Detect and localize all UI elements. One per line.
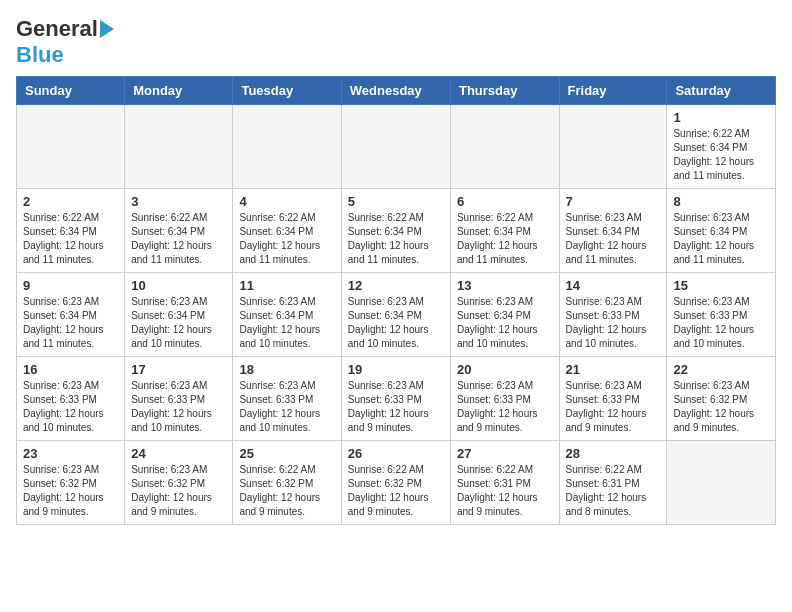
calendar-day-cell	[17, 105, 125, 189]
day-info: Sunrise: 6:23 AM Sunset: 6:33 PM Dayligh…	[566, 379, 661, 435]
day-number: 28	[566, 446, 661, 461]
calendar-day-cell: 17Sunrise: 6:23 AM Sunset: 6:33 PM Dayli…	[125, 357, 233, 441]
day-info: Sunrise: 6:22 AM Sunset: 6:34 PM Dayligh…	[457, 211, 553, 267]
day-number: 13	[457, 278, 553, 293]
calendar-day-cell: 14Sunrise: 6:23 AM Sunset: 6:33 PM Dayli…	[559, 273, 667, 357]
day-number: 12	[348, 278, 444, 293]
day-info: Sunrise: 6:22 AM Sunset: 6:31 PM Dayligh…	[457, 463, 553, 519]
calendar-day-cell	[559, 105, 667, 189]
day-number: 23	[23, 446, 118, 461]
calendar-day-cell: 26Sunrise: 6:22 AM Sunset: 6:32 PM Dayli…	[341, 441, 450, 525]
calendar-day-cell	[450, 105, 559, 189]
calendar-day-cell	[341, 105, 450, 189]
day-number: 10	[131, 278, 226, 293]
day-info: Sunrise: 6:22 AM Sunset: 6:34 PM Dayligh…	[348, 211, 444, 267]
day-number: 15	[673, 278, 769, 293]
day-number: 20	[457, 362, 553, 377]
weekday-header: Friday	[559, 77, 667, 105]
day-number: 4	[239, 194, 334, 209]
calendar-week-row: 16Sunrise: 6:23 AM Sunset: 6:33 PM Dayli…	[17, 357, 776, 441]
day-number: 9	[23, 278, 118, 293]
day-info: Sunrise: 6:22 AM Sunset: 6:34 PM Dayligh…	[673, 127, 769, 183]
day-number: 7	[566, 194, 661, 209]
weekday-header: Monday	[125, 77, 233, 105]
day-number: 6	[457, 194, 553, 209]
calendar-day-cell: 15Sunrise: 6:23 AM Sunset: 6:33 PM Dayli…	[667, 273, 776, 357]
calendar-day-cell: 20Sunrise: 6:23 AM Sunset: 6:33 PM Dayli…	[450, 357, 559, 441]
calendar-day-cell: 1Sunrise: 6:22 AM Sunset: 6:34 PM Daylig…	[667, 105, 776, 189]
calendar-day-cell: 10Sunrise: 6:23 AM Sunset: 6:34 PM Dayli…	[125, 273, 233, 357]
day-number: 22	[673, 362, 769, 377]
calendar-day-cell: 13Sunrise: 6:23 AM Sunset: 6:34 PM Dayli…	[450, 273, 559, 357]
calendar-week-row: 23Sunrise: 6:23 AM Sunset: 6:32 PM Dayli…	[17, 441, 776, 525]
day-info: Sunrise: 6:22 AM Sunset: 6:34 PM Dayligh…	[131, 211, 226, 267]
calendar-week-row: 9Sunrise: 6:23 AM Sunset: 6:34 PM Daylig…	[17, 273, 776, 357]
page-header: General Blue	[16, 16, 776, 68]
day-info: Sunrise: 6:23 AM Sunset: 6:32 PM Dayligh…	[131, 463, 226, 519]
day-info: Sunrise: 6:23 AM Sunset: 6:33 PM Dayligh…	[23, 379, 118, 435]
calendar-day-cell: 7Sunrise: 6:23 AM Sunset: 6:34 PM Daylig…	[559, 189, 667, 273]
day-info: Sunrise: 6:23 AM Sunset: 6:32 PM Dayligh…	[23, 463, 118, 519]
day-number: 17	[131, 362, 226, 377]
calendar-day-cell: 27Sunrise: 6:22 AM Sunset: 6:31 PM Dayli…	[450, 441, 559, 525]
calendar-day-cell: 23Sunrise: 6:23 AM Sunset: 6:32 PM Dayli…	[17, 441, 125, 525]
calendar-table: SundayMondayTuesdayWednesdayThursdayFrid…	[16, 76, 776, 525]
weekday-header-row: SundayMondayTuesdayWednesdayThursdayFrid…	[17, 77, 776, 105]
logo-arrow-icon	[100, 20, 114, 38]
calendar-day-cell	[667, 441, 776, 525]
day-info: Sunrise: 6:23 AM Sunset: 6:34 PM Dayligh…	[566, 211, 661, 267]
weekday-header: Sunday	[17, 77, 125, 105]
day-info: Sunrise: 6:23 AM Sunset: 6:33 PM Dayligh…	[131, 379, 226, 435]
logo: General Blue	[16, 16, 114, 68]
day-info: Sunrise: 6:23 AM Sunset: 6:34 PM Dayligh…	[239, 295, 334, 351]
day-number: 3	[131, 194, 226, 209]
logo-general-text: General	[16, 16, 98, 42]
day-number: 24	[131, 446, 226, 461]
calendar-day-cell: 12Sunrise: 6:23 AM Sunset: 6:34 PM Dayli…	[341, 273, 450, 357]
calendar-day-cell: 2Sunrise: 6:22 AM Sunset: 6:34 PM Daylig…	[17, 189, 125, 273]
day-info: Sunrise: 6:23 AM Sunset: 6:34 PM Dayligh…	[457, 295, 553, 351]
calendar-day-cell: 5Sunrise: 6:22 AM Sunset: 6:34 PM Daylig…	[341, 189, 450, 273]
day-number: 26	[348, 446, 444, 461]
calendar-day-cell: 16Sunrise: 6:23 AM Sunset: 6:33 PM Dayli…	[17, 357, 125, 441]
day-number: 25	[239, 446, 334, 461]
weekday-header: Thursday	[450, 77, 559, 105]
calendar-day-cell: 22Sunrise: 6:23 AM Sunset: 6:32 PM Dayli…	[667, 357, 776, 441]
calendar-day-cell: 11Sunrise: 6:23 AM Sunset: 6:34 PM Dayli…	[233, 273, 341, 357]
calendar-day-cell: 8Sunrise: 6:23 AM Sunset: 6:34 PM Daylig…	[667, 189, 776, 273]
day-info: Sunrise: 6:23 AM Sunset: 6:33 PM Dayligh…	[239, 379, 334, 435]
logo-blue-text: Blue	[16, 42, 64, 68]
calendar-day-cell: 3Sunrise: 6:22 AM Sunset: 6:34 PM Daylig…	[125, 189, 233, 273]
day-info: Sunrise: 6:22 AM Sunset: 6:31 PM Dayligh…	[566, 463, 661, 519]
calendar-day-cell	[233, 105, 341, 189]
calendar-week-row: 1Sunrise: 6:22 AM Sunset: 6:34 PM Daylig…	[17, 105, 776, 189]
calendar-day-cell: 6Sunrise: 6:22 AM Sunset: 6:34 PM Daylig…	[450, 189, 559, 273]
day-number: 27	[457, 446, 553, 461]
calendar-day-cell: 19Sunrise: 6:23 AM Sunset: 6:33 PM Dayli…	[341, 357, 450, 441]
day-info: Sunrise: 6:23 AM Sunset: 6:33 PM Dayligh…	[457, 379, 553, 435]
day-info: Sunrise: 6:23 AM Sunset: 6:33 PM Dayligh…	[348, 379, 444, 435]
day-number: 18	[239, 362, 334, 377]
calendar-day-cell	[125, 105, 233, 189]
calendar-day-cell: 9Sunrise: 6:23 AM Sunset: 6:34 PM Daylig…	[17, 273, 125, 357]
day-info: Sunrise: 6:23 AM Sunset: 6:33 PM Dayligh…	[673, 295, 769, 351]
day-number: 5	[348, 194, 444, 209]
day-number: 11	[239, 278, 334, 293]
calendar-day-cell: 4Sunrise: 6:22 AM Sunset: 6:34 PM Daylig…	[233, 189, 341, 273]
day-info: Sunrise: 6:22 AM Sunset: 6:32 PM Dayligh…	[239, 463, 334, 519]
day-info: Sunrise: 6:22 AM Sunset: 6:34 PM Dayligh…	[239, 211, 334, 267]
day-number: 19	[348, 362, 444, 377]
calendar-day-cell: 21Sunrise: 6:23 AM Sunset: 6:33 PM Dayli…	[559, 357, 667, 441]
day-number: 8	[673, 194, 769, 209]
day-number: 2	[23, 194, 118, 209]
calendar-day-cell: 18Sunrise: 6:23 AM Sunset: 6:33 PM Dayli…	[233, 357, 341, 441]
weekday-header: Wednesday	[341, 77, 450, 105]
day-info: Sunrise: 6:22 AM Sunset: 6:32 PM Dayligh…	[348, 463, 444, 519]
calendar-day-cell: 28Sunrise: 6:22 AM Sunset: 6:31 PM Dayli…	[559, 441, 667, 525]
day-info: Sunrise: 6:23 AM Sunset: 6:34 PM Dayligh…	[673, 211, 769, 267]
day-info: Sunrise: 6:23 AM Sunset: 6:34 PM Dayligh…	[348, 295, 444, 351]
calendar-day-cell: 24Sunrise: 6:23 AM Sunset: 6:32 PM Dayli…	[125, 441, 233, 525]
day-info: Sunrise: 6:23 AM Sunset: 6:33 PM Dayligh…	[566, 295, 661, 351]
day-number: 21	[566, 362, 661, 377]
day-number: 1	[673, 110, 769, 125]
